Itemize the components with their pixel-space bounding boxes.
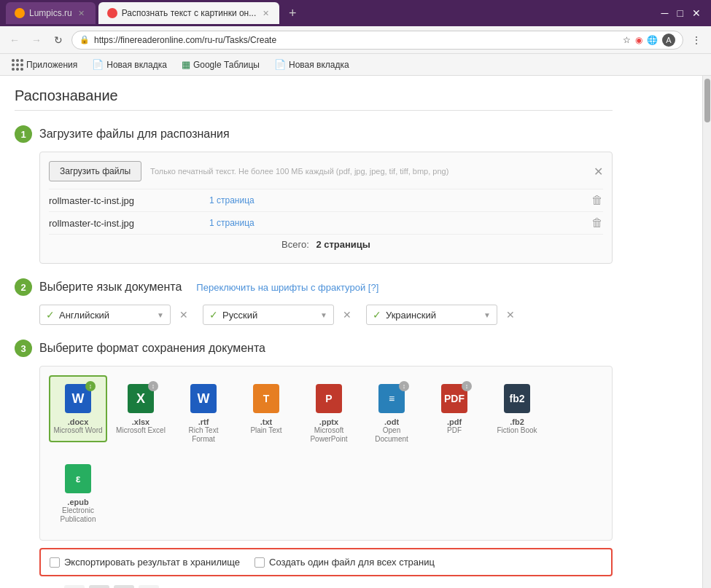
format-ext-pptx: .pptx <box>319 418 338 426</box>
format-xlsx[interactable]: X ↕ .xlsx Microsoft Excel <box>112 375 170 442</box>
format-icon-odt: ≡ ↕ <box>376 383 408 415</box>
format-txt[interactable]: T .txt Plain Text <box>237 375 295 442</box>
bookmark-sheets-label: Google Таблицы <box>193 60 260 70</box>
file-pages-1: 1 страница <box>209 195 591 205</box>
excel-badge: ↕ <box>148 381 158 391</box>
step-3-section: 3 Выберите формат сохранения документа W… <box>15 340 613 588</box>
pptx-icon: P <box>316 384 342 413</box>
option-export-text: Экспортировать результат в хранилище <box>64 557 240 568</box>
format-docx[interactable]: W ↕ .docx Microsoft Word <box>49 375 107 442</box>
bookmark-label-1: Новая вкладка <box>106 60 167 70</box>
new-tab-button[interactable]: + <box>282 3 303 23</box>
switch-font-link[interactable]: Переключить на шрифты с фрактурой [?] <box>196 282 378 293</box>
option-export-label[interactable]: Экспортировать результат в хранилище <box>50 557 240 568</box>
option-single-file-label[interactable]: Создать один файл для всех страниц <box>255 557 435 568</box>
apps-grid-icon <box>12 59 23 71</box>
format-name-epub: Electronic Publication <box>53 506 103 524</box>
format-ext-txt: .txt <box>260 418 273 426</box>
scrollbar[interactable] <box>702 76 711 588</box>
lang-select-english[interactable]: ✓ Английский ▼ <box>39 305 171 325</box>
excel-icon: X ↕ <box>128 384 154 413</box>
format-name-docx: Microsoft Word <box>53 426 102 435</box>
bookmark-new-tab-1[interactable]: 📄 Новая вкладка <box>86 57 173 72</box>
tab-favicon-lumpics <box>15 8 25 18</box>
action-undo-icon[interactable]: ↺ <box>89 585 109 588</box>
upload-button[interactable]: Загрузить файлы <box>49 161 141 181</box>
lang-select-ukrainian[interactable]: ✓ Украинский ▼ <box>366 305 497 325</box>
format-name-pptx: Microsoft PowerPoint <box>304 426 354 444</box>
url-bar[interactable]: 🔒 https://finereaderonline.com/ru-ru/Tas… <box>71 31 683 50</box>
forward-button[interactable]: → <box>28 31 45 49</box>
page-title: Распознавание <box>15 87 613 111</box>
lang-remove-russian[interactable]: ✕ <box>340 306 354 324</box>
maximize-button[interactable]: □ <box>677 7 683 19</box>
step-2-section: 2 Выберите язык документа Переключить на… <box>15 278 613 325</box>
lang-remove-english[interactable]: ✕ <box>176 306 191 324</box>
total-row: Всего: 2 страницы <box>49 234 603 254</box>
format-rtf[interactable]: W .rtf Rich Text Format <box>174 375 233 451</box>
account-icon[interactable]: A <box>662 34 675 47</box>
format-pdf[interactable]: PDF ↕ .pdf PDF <box>425 375 483 442</box>
file-row-1: rollmaster-tc-inst.jpg 1 страница 🗑 <box>49 189 603 211</box>
option-single-file-checkbox[interactable] <box>255 557 265 568</box>
lang-select-russian[interactable]: ✓ Русский ▼ <box>203 305 334 325</box>
format-epub[interactable]: ε .epub Electronic Publication <box>49 455 107 531</box>
menu-button[interactable]: ⋮ <box>688 31 705 49</box>
total-value: 2 страницы <box>316 239 370 250</box>
browser-content: Распознавание 1 Загрузите файлы для расп… <box>0 76 711 588</box>
address-bar: ← → ↻ 🔒 https://finereaderonline.com/ru-… <box>0 26 711 54</box>
minimize-button[interactable]: ─ <box>661 7 669 19</box>
option-single-file-text: Создать один файл для всех страниц <box>269 557 435 568</box>
language-row: ✓ Английский ▼ ✕ ✓ Русский ▼ ✕ <box>39 305 613 325</box>
upload-area: Загрузить файлы Только печатный текст. Н… <box>39 152 613 264</box>
tab-close-lumpics[interactable]: ✕ <box>77 8 87 18</box>
format-name-pdf: PDF <box>447 426 462 435</box>
format-name-rtf: Rich Text Format <box>179 426 228 444</box>
option-export-checkbox[interactable] <box>50 557 60 568</box>
format-pptx[interactable]: P .pptx Microsoft PowerPoint <box>300 375 358 451</box>
scrollbar-thumb[interactable] <box>704 79 710 122</box>
abp-icon[interactable]: ◉ <box>635 35 642 45</box>
action-redo-icon[interactable]: ↻ <box>114 585 134 588</box>
tab-favicon-finereader <box>107 8 117 18</box>
file-delete-2[interactable]: 🗑 <box>591 216 603 230</box>
bookmark-sheets[interactable]: ▦ Google Таблицы <box>176 57 265 72</box>
lang-text-ukrainian: Украинский <box>386 310 479 321</box>
bookmark-new-tab-2[interactable]: 📄 Новая вкладка <box>268 57 355 72</box>
page-area: Распознавание 1 Загрузите файлы для расп… <box>0 76 702 588</box>
upload-close-button[interactable]: ✕ <box>594 165 603 179</box>
file-delete-1[interactable]: 🗑 <box>591 194 603 207</box>
tab-finereader[interactable]: Распознать текст с картинки он... ✕ <box>98 2 280 24</box>
reload-button[interactable]: ↻ <box>50 31 67 49</box>
back-button[interactable]: ← <box>6 31 23 49</box>
format-odt[interactable]: ≡ ↕ .odt Open Document <box>362 375 421 451</box>
lang-text-english: Английский <box>59 310 152 321</box>
total-label: Всего: <box>281 239 309 250</box>
odt-icon: ≡ ↕ <box>378 384 405 413</box>
step-2-title: Выберите язык документа <box>39 281 182 294</box>
lang-remove-ukrainian[interactable]: ✕ <box>503 306 518 324</box>
bookmark-page-icon-2: 📄 <box>274 59 286 70</box>
format-fb2[interactable]: fb2 .fb2 Fiction Book <box>488 375 546 442</box>
close-button[interactable]: ✕ <box>692 7 701 19</box>
tab-lumpics[interactable]: Lumpics.ru ✕ <box>6 2 96 24</box>
file-pages-2: 1 страница <box>209 218 591 228</box>
format-ext-odt: .odt <box>384 418 399 426</box>
format-name-txt: Plain Text <box>250 426 281 435</box>
format-icon-docx: W ↕ <box>62 383 94 415</box>
apps-button[interactable]: Приложения <box>6 57 83 73</box>
translate-icon[interactable]: 🌐 <box>647 35 658 45</box>
upload-top: Загрузить файлы Только печатный текст. Н… <box>49 161 603 181</box>
step-3-title: Выберите формат сохранения документа <box>39 342 265 355</box>
lang-arrow-english: ▼ <box>157 311 164 319</box>
url-icons: ☆ ◉ 🌐 A <box>623 34 675 47</box>
star-icon[interactable]: ☆ <box>623 35 631 45</box>
lang-check-russian: ✓ <box>209 309 218 321</box>
lang-check-ukrainian: ✓ <box>373 309 381 321</box>
format-name-odt: Open Document <box>367 426 416 444</box>
pdf-badge: ↕ <box>462 381 472 391</box>
format-icon-epub: ε <box>62 463 94 495</box>
tab-close-finereader[interactable]: ✕ <box>260 8 271 18</box>
format-section: W ↕ .docx Microsoft Word <box>39 366 613 588</box>
apps-label: Приложения <box>26 60 77 70</box>
